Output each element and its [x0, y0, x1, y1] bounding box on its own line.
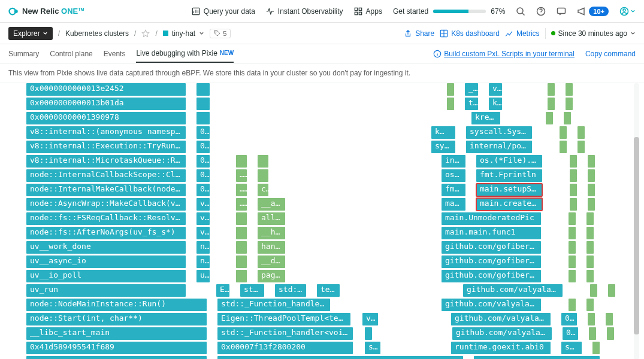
flamegraph-frame[interactable]	[548, 98, 555, 110]
flamegraph-frame[interactable]	[586, 299, 594, 311]
build-scripts-link[interactable]: Build custom PxL Scripts in your termina…	[433, 50, 575, 58]
flamegraph-frame[interactable]	[546, 112, 553, 124]
flamegraph-frame[interactable]	[566, 83, 573, 96]
flamegraph-frame[interactable]: ten…	[317, 284, 340, 297]
flamegraph-frame[interactable]: std::_Function_handler<v…	[217, 299, 330, 311]
flamegraph-frame[interactable]: 0x00000000001390978	[26, 112, 186, 124]
flamegraph-frame[interactable]: 0…	[196, 141, 210, 153]
flamegraph-frame[interactable]	[26, 356, 207, 359]
flamegraph-frame[interactable]: std…	[240, 284, 264, 297]
flamegraph-frame[interactable]	[578, 126, 585, 139]
flamegraph-frame[interactable]: node::NodeMainInstance::Run()	[26, 299, 207, 311]
flamegraph-frame[interactable]: allo…	[258, 212, 285, 225]
flamegraph-frame[interactable]	[236, 227, 247, 239]
flamegraph-frame[interactable]: v…	[196, 212, 210, 225]
flamegraph-frame[interactable]: github.com/valyala/fa…	[463, 284, 563, 297]
flamegraph-frame[interactable]	[570, 169, 577, 182]
flamegraph-frame[interactable]: node::Start(int, char**)	[26, 313, 207, 325]
vertical-scrollbar[interactable]	[634, 83, 639, 359]
flamegraph-frame[interactable]	[196, 83, 210, 96]
flamegraph-frame[interactable]	[578, 141, 585, 153]
flamegraph-frame[interactable]	[588, 169, 595, 182]
flamegraph-frame[interactable]: v…	[196, 198, 210, 211]
flamegraph-frame[interactable]	[196, 112, 210, 124]
flamegraph-frame[interactable]: internal/pol…	[466, 141, 532, 153]
flamegraph-frame[interactable]: k…	[431, 126, 455, 139]
k8s-dashboard-button[interactable]: K8s dashboard	[440, 29, 500, 38]
copy-command-link[interactable]: Copy command	[585, 50, 636, 58]
tab-events[interactable]: Events	[104, 44, 126, 63]
flamegraph-frame[interactable]	[258, 169, 268, 182]
explorer-button[interactable]: Explorer	[8, 27, 53, 40]
flamegraph-frame[interactable]	[588, 198, 595, 211]
flamegraph-frame[interactable]: kretp…	[471, 112, 500, 124]
flamegraph-frame[interactable]	[447, 98, 454, 110]
flamegraph-frame[interactable]: 0…	[196, 169, 210, 182]
flamegraph-frame[interactable]	[560, 126, 567, 139]
flamegraph-frame[interactable]: …	[236, 198, 247, 211]
flamegraph-frame[interactable]	[236, 212, 247, 225]
flamegraph-frame[interactable]: …	[236, 169, 247, 182]
search-icon[interactable]	[516, 7, 525, 16]
flamegraph-frame[interactable]	[564, 112, 571, 124]
flamegraph-frame[interactable]	[258, 155, 268, 168]
flamegraph-frame[interactable]	[588, 313, 595, 325]
flamegraph-frame[interactable]: __do…	[258, 255, 285, 268]
flamegraph-frame[interactable]: syscall.Sys…	[466, 126, 532, 139]
flamegraph-frame[interactable]	[607, 327, 614, 340]
flamegraph-frame[interactable]	[566, 98, 573, 110]
flamegraph-frame[interactable]: 0x…	[563, 327, 578, 340]
message-icon[interactable]	[557, 7, 566, 16]
cluster-name-dropdown[interactable]: tiny-hat	[163, 29, 204, 38]
flamegraph-frame[interactable]	[586, 270, 594, 282]
flamegraph-frame[interactable]: __ha…	[258, 227, 285, 239]
flamegraph-frame[interactable]: fmt.Fprintln	[476, 169, 542, 182]
apps-link[interactable]: Apps	[354, 7, 382, 16]
flamegraph-frame[interactable]: v…	[196, 227, 210, 239]
flamegraph-frame[interactable]	[588, 184, 595, 196]
tag-count-pill[interactable]: 5	[210, 29, 231, 38]
flamegraph-frame[interactable]	[474, 356, 600, 359]
flamegraph-frame[interactable]: c…	[258, 184, 268, 196]
flamegraph-frame[interactable]	[196, 98, 210, 110]
flamegraph-frame[interactable]: main.setupSQL…	[476, 184, 542, 196]
flamegraph-frame[interactable]: 0x00007f13f2800200	[217, 342, 353, 354]
flamegraph-frame[interactable]: node::fs::FSReqCallback::Resolve…	[26, 212, 186, 225]
flamegraph-frame[interactable]	[548, 83, 555, 96]
flamegraph-frame[interactable]: t…	[465, 98, 478, 110]
flamegraph-frame[interactable]	[570, 155, 577, 168]
star-icon[interactable]	[141, 29, 150, 38]
flamegraph-frame[interactable]: v8::internal::Execution::TryRunM…	[26, 141, 186, 153]
share-button[interactable]: Share	[404, 29, 434, 38]
flamegraph-frame[interactable]: main.UnmoderatedPic	[442, 212, 541, 225]
logo[interactable]: New Relic ONETM	[8, 6, 84, 17]
flamegraph-frame[interactable]: runtime.goexit.abi0	[451, 342, 551, 354]
flamegraph-frame[interactable]	[217, 356, 463, 359]
help-icon[interactable]	[536, 7, 546, 16]
flamegraph-frame[interactable]: int…	[442, 155, 465, 168]
tab-live-debugging[interactable]: Live debugging with Pixie NEW	[136, 44, 234, 63]
flamegraph-frame[interactable]: k…	[489, 98, 502, 110]
flamegraph-frame[interactable]: 0…	[196, 184, 210, 196]
flamegraph-frame[interactable]	[236, 241, 247, 254]
flamegraph-frame[interactable]: github.com/gofiber/fi…	[442, 270, 541, 282]
tab-control-plane[interactable]: Control plane	[50, 44, 92, 63]
flamegraph-frame[interactable]: fmt.…	[442, 184, 465, 196]
flamegraph-frame[interactable]: main.createSa…	[476, 198, 542, 211]
flamegraph-frame[interactable]: github.com/gofiber/fi…	[442, 241, 541, 254]
tab-summary[interactable]: Summary	[8, 44, 39, 63]
flamegraph-frame[interactable]: 0…	[196, 155, 210, 168]
flamegraph-frame[interactable]	[447, 83, 454, 96]
flamegraph-frame[interactable]: 0x41d589495541f689	[26, 342, 207, 354]
flamegraph-frame[interactable]: os.(*File).W…	[476, 155, 542, 168]
flamegraph-frame[interactable]: uv__io_poll	[26, 270, 186, 282]
flamegraph-frame[interactable]	[588, 155, 595, 168]
flamegraph-frame[interactable]: node::InternalMakeCallback(node:…	[26, 184, 186, 196]
user-menu[interactable]	[619, 7, 636, 16]
flamegraph-frame[interactable]: __ag…	[258, 198, 285, 211]
flamegraph-frame[interactable]	[365, 327, 372, 340]
flamegraph-frame[interactable]: n…	[196, 241, 210, 254]
flamegraph-frame[interactable]: node::AsyncWrap::MakeCallback(v8…	[26, 198, 186, 211]
flamegraph-frame[interactable]: v8…	[362, 313, 378, 325]
flamegraph-frame[interactable]	[589, 327, 596, 340]
